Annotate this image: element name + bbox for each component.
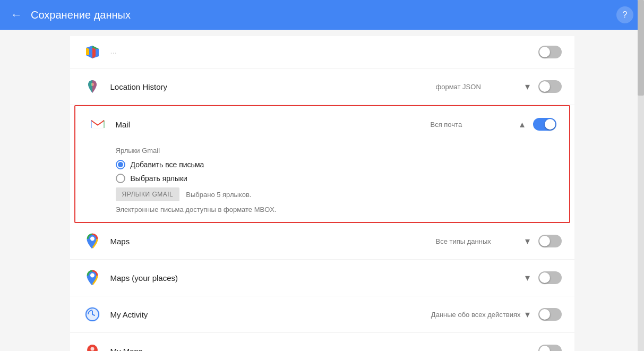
mail-chevron[interactable]: ▴: [520, 118, 525, 130]
my-activity-chevron[interactable]: ▾: [525, 309, 530, 320]
maps-your-places-row: Maps (your places) ▾: [70, 260, 574, 296]
page-header: ← Сохранение данных ?: [0, 0, 644, 30]
partial-top-row: ···: [70, 36, 574, 69]
add-all-letters-option[interactable]: Добавить все письма: [116, 160, 556, 169]
my-activity-icon: [83, 305, 102, 324]
maps-your-places-icon: [83, 268, 102, 287]
mail-toggle[interactable]: [533, 118, 556, 131]
select-labels-option[interactable]: Выбрать ярлыки: [116, 174, 556, 183]
top-service-name: ···: [110, 48, 324, 57]
content-area: ··· Location History формат JSON ▾: [70, 36, 574, 351]
gmail-labels-title: Ярлыки Gmail: [116, 147, 556, 155]
maps-name: Maps: [110, 237, 436, 246]
gmail-labels-btn-row: ЯРЛЫКИ GMAIL Выбрано 5 ярлыков.: [116, 187, 556, 201]
scrollbar[interactable]: [638, 0, 644, 351]
mail-format: Вся почта: [431, 121, 516, 129]
location-history-chevron[interactable]: ▾: [525, 81, 530, 92]
maps-format: Все типы данных: [436, 237, 521, 245]
my-maps-toggle[interactable]: [538, 345, 562, 351]
gmail-labels-count: Выбрано 5 ярлыков.: [186, 191, 251, 199]
svg-marker-3: [86, 48, 89, 55]
page-title: Сохранение данных: [31, 9, 616, 21]
select-labels-label: Выбрать ярлыки: [131, 174, 187, 183]
mail-expanded-content: Ярлыки Gmail Добавить все письма Выбрать…: [75, 142, 569, 222]
my-activity-format: Данные обо всех действиях: [431, 311, 521, 319]
location-history-name: Location History: [110, 82, 436, 91]
myp-toggle-thumb: [539, 272, 550, 283]
select-labels-radio[interactable]: [116, 174, 125, 183]
mm-toggle-thumb: [539, 346, 550, 351]
my-maps-icon: [83, 341, 102, 351]
my-maps-name: My Maps: [110, 347, 324, 352]
ma-toggle-thumb: [539, 309, 550, 320]
maps-icon: [83, 232, 102, 251]
back-button[interactable]: ←: [11, 8, 22, 22]
top-toggle[interactable]: [538, 46, 562, 58]
mbox-note: Электронные письма доступны в формате MB…: [116, 206, 556, 213]
maps-your-places-toggle[interactable]: [538, 271, 562, 284]
toggle-thumb: [539, 47, 550, 57]
maps-toggle[interactable]: [538, 235, 562, 247]
maps-row: Maps Все типы данных ▾: [70, 223, 574, 260]
location-history-format: формат JSON: [436, 83, 521, 91]
maps-toggle-thumb: [539, 236, 550, 246]
my-activity-toggle[interactable]: [538, 308, 562, 321]
svg-point-14: [90, 347, 94, 351]
location-history-row: Location History формат JSON ▾: [70, 69, 574, 105]
location-history-toggle[interactable]: [538, 80, 562, 93]
scrollbar-thumb[interactable]: [638, 0, 644, 96]
mail-name: Mail: [116, 120, 431, 129]
maps-your-places-chevron[interactable]: ▾: [525, 272, 530, 284]
add-all-label: Добавить все письма: [131, 160, 204, 169]
location-history-icon: [83, 77, 102, 96]
my-maps-row: My Maps: [70, 333, 574, 351]
my-activity-name: My Activity: [110, 310, 431, 319]
mail-toggle-thumb: [545, 119, 555, 130]
mail-section: Mail Вся почта ▴ Ярлыки Gmail Добавить в…: [74, 105, 570, 223]
help-button[interactable]: ?: [616, 6, 633, 23]
gmail-labels-button[interactable]: ЯРЛЫКИ GMAIL: [116, 187, 180, 201]
top-service-icon: [83, 42, 102, 62]
mail-header-row: Mail Вся почта ▴: [75, 106, 569, 142]
lh-toggle-thumb: [539, 81, 550, 92]
maps-chevron[interactable]: ▾: [525, 235, 530, 247]
maps-your-places-name: Maps (your places): [110, 273, 318, 282]
mail-icon: [88, 115, 107, 134]
add-all-radio[interactable]: [116, 160, 125, 169]
my-activity-row: My Activity Данные обо всех действиях ▾: [70, 296, 574, 333]
